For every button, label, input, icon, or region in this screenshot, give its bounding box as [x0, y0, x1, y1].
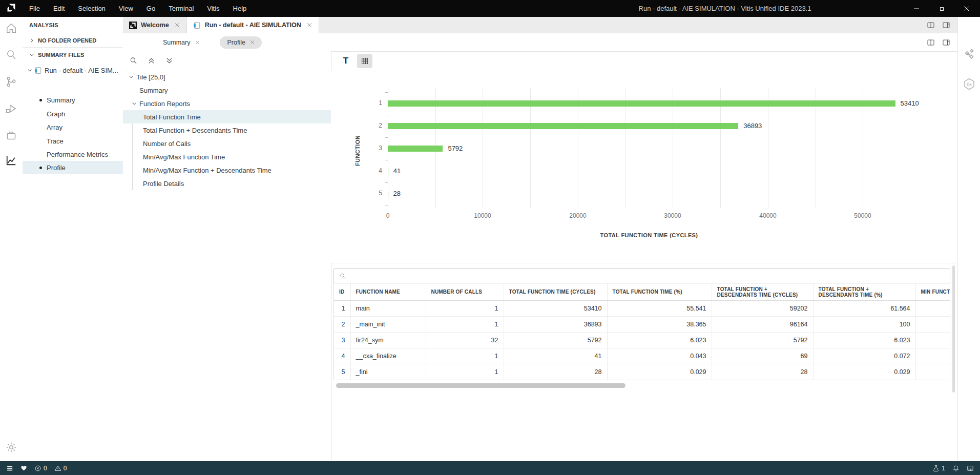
tree-node-total-function-descendants-time[interactable]: Total Function + Descendants Time: [123, 123, 331, 137]
y-tick-label: 1: [362, 99, 382, 107]
header-min-function[interactable]: MIN FUNCTION: [915, 283, 950, 301]
header-total-function-time-cycles[interactable]: TOTAL FUNCTION TIME (CYCLES): [504, 283, 607, 301]
vertical-scrollbar-thumb[interactable]: [952, 265, 955, 393]
table-row-main[interactable]: 1 main 1 53410 55.541 59202 61.564: [334, 301, 950, 317]
table-search-input[interactable]: [350, 269, 950, 283]
bar-main[interactable]: [388, 100, 895, 107]
tab-welcome[interactable]: Welcome: [123, 17, 187, 33]
toolbox-icon[interactable]: [5, 129, 17, 141]
menu-selection[interactable]: Selection: [71, 0, 112, 17]
split-editor-icon[interactable]: [927, 38, 935, 47]
close-icon[interactable]: [305, 21, 314, 29]
horizontal-scrollbar-thumb[interactable]: [336, 383, 625, 388]
tree-node-label: Summary: [139, 87, 168, 94]
analysis-chart-icon[interactable]: [5, 154, 17, 167]
menu-help[interactable]: Help: [226, 0, 254, 17]
errors-indicator[interactable]: 0: [34, 465, 47, 472]
expand-all-icon[interactable]: [165, 56, 174, 65]
no-folder-opened-section[interactable]: NO FOLDER OPENED: [23, 34, 123, 47]
debug-icon[interactable]: [5, 102, 17, 115]
customize-layout-icon[interactable]: [942, 38, 950, 47]
text-view-button[interactable]: T: [339, 54, 352, 68]
search-icon[interactable]: [129, 56, 138, 65]
tree-node-total-function-time[interactable]: Total Function Time: [123, 110, 331, 123]
hex-view-icon[interactable]: 0x: [963, 77, 975, 90]
search-icon[interactable]: [5, 49, 17, 61]
window-title: Run - default - AIE SIMULATION - Vitis U…: [604, 0, 845, 17]
table-row-main-init[interactable]: 2 _main_init 1 36893 38.365 96164 100: [334, 317, 950, 333]
header-total-function-descendants-time-cycles[interactable]: TOTAL FUNCTION + DESCENDANTS TIME (CYCLE…: [712, 283, 813, 301]
cell-descendants-time: 5792: [712, 333, 813, 348]
tasks-indicator[interactable]: 1: [932, 465, 945, 472]
menu-edit[interactable]: Edit: [47, 0, 71, 17]
minimize-button[interactable]: [906, 0, 927, 17]
tree-node-function-reports[interactable]: Function Reports: [123, 97, 331, 110]
run-default-node[interactable]: Run - default - AIE SIM...: [23, 64, 123, 77]
bar-cxa-finalize[interactable]: [388, 168, 388, 174]
header-function-name[interactable]: FUNCTION NAME: [350, 283, 426, 301]
tree-node-profile-details[interactable]: Profile Details: [123, 177, 331, 190]
cell-function-name: __cxa_finalize: [350, 348, 426, 364]
sidebar-item-label: Performance Metrics: [47, 151, 108, 158]
header-total-function-descendants-time-pct[interactable]: TOTAL FUNCTION + DESCENDANTS TIME (%): [813, 283, 915, 301]
close-icon[interactable]: [173, 21, 181, 29]
tree-node-summary[interactable]: Summary: [123, 84, 331, 97]
chart-plot: 53410 36893 5792 41 28: [388, 88, 910, 208]
tree-node-number-of-calls[interactable]: Number of Calls: [123, 137, 331, 150]
tree-node-tile[interactable]: Tile [25,0]: [123, 70, 331, 84]
sidebar-item-trace[interactable]: Trace: [23, 134, 123, 148]
menu-vitis[interactable]: Vitis: [200, 0, 226, 17]
customize-layout-icon[interactable]: [942, 21, 950, 29]
close-icon[interactable]: [193, 38, 201, 47]
cell-total-function-time-pct: 0.029: [607, 364, 712, 380]
system-flow-icon[interactable]: [963, 49, 975, 61]
sidebar-item-summary[interactable]: Summary: [23, 93, 123, 107]
settings-gear-icon[interactable]: [5, 441, 17, 453]
home-icon[interactable]: [5, 22, 17, 34]
cell-id: 1: [334, 301, 350, 317]
cell-number-of-calls: 1: [426, 317, 504, 333]
menu-view[interactable]: View: [112, 0, 140, 17]
source-control-icon[interactable]: [5, 76, 17, 88]
bar-value-label: 53410: [901, 98, 919, 109]
title-bar: File Edit Selection View Go Terminal Vit…: [0, 0, 980, 17]
menu-file[interactable]: File: [23, 0, 47, 17]
x-axis-title: TOTAL FUNCTION TIME (CYCLES): [495, 232, 803, 238]
header-number-of-calls[interactable]: NUMBER OF CALLS: [426, 283, 504, 301]
tree-node-min-avg-max-function-time[interactable]: Min/Avg/Max Function Time: [123, 150, 331, 163]
table-row-cxa-finalize[interactable]: 4 __cxa_finalize 1 41 0.043 69 0.072: [334, 348, 950, 364]
menu-terminal[interactable]: Terminal: [162, 0, 200, 17]
summary-files-label: SUMMARY FILES: [38, 52, 84, 58]
remote-stack-icon[interactable]: [6, 465, 13, 472]
bell-icon[interactable]: [952, 465, 960, 472]
table-row-fir24-sym[interactable]: 3 fir24_sym 32 5792 6.023 5792 6.023: [334, 333, 950, 348]
close-window-button[interactable]: [956, 0, 977, 17]
sidebar-item-profile[interactable]: Profile: [23, 161, 123, 174]
panel-layout-icon[interactable]: [967, 465, 974, 472]
table-view-button[interactable]: [357, 54, 372, 68]
bar-fini[interactable]: [388, 191, 388, 197]
sidebar-item-graph[interactable]: Graph: [23, 107, 123, 120]
sidebar-item-array[interactable]: Array: [23, 120, 123, 134]
subtab-summary[interactable]: Summary: [156, 36, 206, 49]
warnings-indicator[interactable]: 0: [54, 465, 67, 472]
bar-main-init[interactable]: [388, 123, 738, 129]
restore-button[interactable]: [931, 0, 953, 17]
tab-run-default-aie-simulation[interactable]: Run - default - AIE SIMULATION: [187, 17, 319, 33]
header-total-function-time-pct[interactable]: TOTAL FUNCTION TIME (%): [607, 283, 712, 301]
close-icon[interactable]: [248, 38, 257, 47]
table-row-fini[interactable]: 5 _fini 1 28 0.029 28 0.029: [334, 364, 950, 380]
header-id[interactable]: ID: [334, 283, 350, 301]
split-editor-icon[interactable]: [927, 21, 935, 29]
heart-icon[interactable]: [20, 465, 27, 471]
bar-fir24-sym[interactable]: [388, 146, 443, 152]
cell-number-of-calls: 1: [426, 301, 504, 317]
bar-row-2: 36893: [388, 121, 910, 131]
sidebar-item-performance-metrics[interactable]: Performance Metrics: [23, 148, 123, 161]
cell-id: 2: [334, 317, 350, 333]
tree-node-min-avg-max-function-descendants-time[interactable]: Min/Avg/Max Function + Descendants Time: [123, 163, 331, 177]
collapse-all-icon[interactable]: [147, 56, 156, 65]
summary-files-section[interactable]: SUMMARY FILES: [23, 48, 123, 61]
subtab-profile[interactable]: Profile: [220, 36, 261, 49]
menu-go[interactable]: Go: [140, 0, 162, 17]
